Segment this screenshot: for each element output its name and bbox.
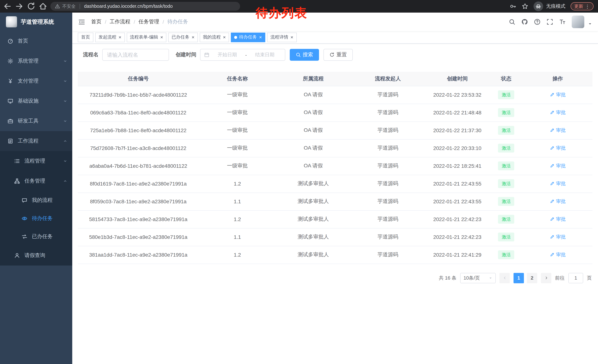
sidebar-item-system[interactable]: 系统管理 [0,51,72,71]
address-bar[interactable]: 不安全 dashboard.yudao.iocoder.cn/bpm/task/… [50,2,240,11]
table-row: 8f0d1619-7ac8-11ec-a9e2-a2380e71991a1.2测… [78,175,592,193]
active-tab-dot [234,36,237,39]
sidebar-item-label: 请假查询 [25,252,45,259]
approve-button[interactable]: 审批 [550,127,565,134]
sidebar-item-leave-query[interactable]: 请假查询 [0,245,72,266]
cell-id: 381aa1dd-7ac8-11ec-a9e2-a2380e71991a [78,246,199,264]
approve-button[interactable]: 审批 [550,109,565,116]
github-icon[interactable] [521,18,528,25]
cell-actions: 审批 [523,193,592,210]
goto-page-input[interactable] [568,273,583,283]
sidebar-item-workflow[interactable]: 工作流程 [0,131,72,151]
tab-my-processes[interactable]: 我的流程× [200,32,229,42]
date-range-picker[interactable]: 开始日期 - 结束日期 [200,49,285,61]
breadcrumb-workflow[interactable]: 工作流程 [110,18,130,25]
approve-button[interactable]: 审批 [550,91,565,98]
status-badge: 激活 [498,126,515,135]
prev-page-button[interactable] [499,273,510,283]
sidebar-item-infrastructure[interactable]: 基础设施 [0,91,72,111]
avatar[interactable] [572,16,584,28]
search-icon[interactable] [509,18,515,25]
cell-id: 8f059c03-7ac8-11ec-a9e2-a2380e71991a [78,193,199,210]
search-button[interactable]: 搜索 [290,49,319,61]
approve-button[interactable]: 审批 [550,234,565,240]
help-icon[interactable] [534,18,540,25]
next-page-button[interactable] [541,273,551,283]
reset-button[interactable]: 重置 [324,49,353,61]
sidebar-item-home[interactable]: 首页 [0,31,72,51]
sidebar-toggle-icon[interactable] [78,18,85,25]
approve-button[interactable]: 审批 [550,198,565,205]
pagination: 共 16 条 10条/页 12 前往 页 [78,273,592,283]
approve-button[interactable]: 审批 [550,251,565,258]
approve-label: 审批 [556,162,565,169]
forward-icon[interactable] [15,2,24,11]
monitor-icon [8,98,13,104]
message-icon [22,197,27,203]
close-icon[interactable]: × [160,35,163,40]
sidebar-item-done-tasks[interactable]: 已办任务 [0,227,72,245]
sidebar-item-label: 已办任务 [32,233,53,240]
approve-label: 审批 [556,127,565,134]
star-icon[interactable] [522,3,528,10]
chevron-down-icon [63,119,67,123]
kebab-menu-icon: ⋮ [585,4,590,9]
tab-todo-tasks[interactable]: 待办任务× [231,32,265,42]
edit-icon [550,181,555,186]
caret-down-icon [588,22,592,26]
goto-label: 前往 [555,275,565,281]
fullscreen-icon[interactable] [547,18,553,25]
page-button-1[interactable]: 1 [514,273,524,283]
chevron-down-icon [63,99,67,103]
approve-button[interactable]: 审批 [550,162,565,169]
tab-process-detail[interactable]: 流程详情× [267,32,297,42]
breadcrumb-home[interactable]: 首页 [91,18,101,25]
cell-process: 测试多审批人 [276,246,351,264]
process-name-input[interactable] [102,49,169,61]
tab-done-tasks[interactable]: 已办任务× [168,32,198,42]
approve-button[interactable]: 审批 [550,180,565,187]
tab-process-form-edit[interactable]: 流程表单-编辑× [126,32,166,42]
status-badge: 激活 [498,179,515,188]
close-icon[interactable]: × [119,35,121,40]
home-icon[interactable] [39,2,47,11]
cell-name: 1.2 [199,210,276,228]
text-size-icon[interactable] [559,18,566,25]
back-icon[interactable] [3,2,12,11]
sidebar-item-task-manage[interactable]: 任务管理 [0,171,72,191]
close-icon[interactable]: × [191,35,194,40]
table-body: 73211d9d-7b9b-11ec-b5b7-acde48001122一级审批… [78,86,592,264]
refresh-icon[interactable] [27,2,36,11]
close-icon[interactable]: × [223,35,226,40]
edit-icon [550,128,555,133]
incognito-indicator[interactable]: 无痕模式 [533,1,565,11]
sidebar-item-process-manage[interactable]: 流程管理 [0,151,72,171]
close-icon[interactable]: × [259,35,262,40]
sidebar-item-devtools[interactable]: 研发工具 [0,111,72,131]
sidebar-item-my-processes[interactable]: 我的流程 [0,191,72,209]
sidebar-menu: 首页系统管理支付管理基础设施研发工具工作流程流程管理任务管理我的流程待办任务已办… [0,31,72,364]
status-badge: 激活 [498,108,515,117]
date-separator: - [245,52,247,57]
sidebar-item-payment[interactable]: 支付管理 [0,71,72,91]
table-row: 580e1b3d-7ac8-11ec-a9e2-a2380e71991a1.1测… [78,228,592,246]
edit-icon [550,235,555,239]
page-size-select[interactable]: 10条/页 [460,273,496,283]
page-button-2[interactable]: 2 [527,273,537,283]
browser-update-menu-button[interactable]: 更新 ⋮ [571,2,594,10]
cell-actions: 审批 [523,121,592,139]
approve-button[interactable]: 审批 [550,145,565,152]
cell-process: 测试多审批人 [276,175,351,193]
key-icon[interactable] [510,3,516,10]
close-icon[interactable]: × [291,35,293,40]
approve-button[interactable]: 审批 [550,216,565,223]
cell-name: 一级审批 [199,121,276,139]
cell-process: OA 请假 [276,121,351,139]
tab-initiate-process[interactable]: 发起流程× [95,32,125,42]
sidebar-item-todo-tasks[interactable]: 待办任务 [0,209,72,227]
breadcrumb-task-manage[interactable]: 任务管理 [139,18,159,25]
tab-home[interactable]: 首页 [78,32,93,42]
sidebar-item-label: 任务管理 [25,178,45,184]
cell-initiator: 芋道源码 [350,246,425,264]
cell-id: 725a1eb6-7b88-11ec-8ef0-acde48001122 [78,121,199,139]
